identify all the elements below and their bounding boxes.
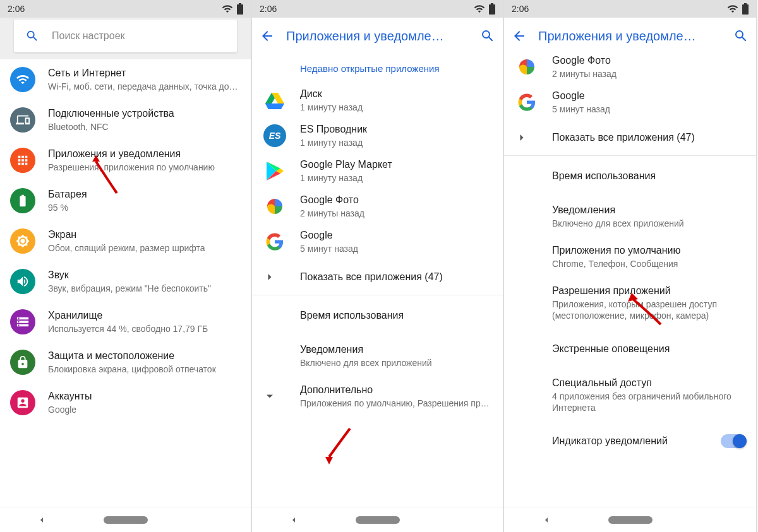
chevron-right-icon (262, 271, 277, 283)
chevron-right-icon (514, 131, 529, 144)
navbar (0, 507, 251, 532)
toolbar-title: Приложения и уведомле… (286, 29, 469, 44)
home-pill[interactable] (104, 516, 148, 524)
svg-rect-2 (489, 4, 495, 15)
storage-icon (10, 309, 35, 334)
sound-icon (10, 269, 35, 294)
google-icon (263, 230, 286, 253)
back-icon[interactable] (512, 28, 527, 44)
search-icon[interactable] (480, 28, 495, 44)
search-icon[interactable] (733, 28, 749, 44)
annotation-arrow (322, 425, 359, 470)
battery-icon (742, 3, 749, 15)
setting-sub: Wi-Fi, моб. сети, передача данных, точка… (48, 81, 241, 92)
show-all-apps[interactable]: Показать все приложения (47) (252, 259, 503, 295)
apps-content[interactable]: Недавно открытые приложения Диск1 минуту… (252, 54, 503, 507)
svg-rect-0 (237, 4, 243, 15)
setting-apps-notifications[interactable]: Приложения и уведомленияРазрешения, прил… (0, 140, 251, 180)
home-pill[interactable] (608, 516, 653, 524)
statusbar: 2:06 (504, 0, 756, 18)
back-nav-icon[interactable] (37, 515, 47, 525)
svg-rect-12 (744, 3, 747, 5)
photos-icon (263, 195, 286, 218)
setting-display[interactable]: ЭкранОбои, спящий режим, размер шрифта (0, 221, 251, 261)
row-notifications[interactable]: УведомленияВключено для всех приложений (504, 196, 756, 237)
google-icon (515, 91, 538, 114)
back-nav-icon[interactable] (289, 515, 299, 525)
show-all-apps[interactable]: Показать все приложения (47) (504, 120, 756, 155)
statusbar: 2:06 (0, 0, 251, 18)
row-notification-indicator[interactable]: Индикатор уведомлений (504, 421, 756, 461)
wifi-icon (222, 3, 233, 15)
row-app-permissions[interactable]: Разрешения приложенийПриложения, которым… (504, 277, 756, 329)
recent-apps-link[interactable]: Недавно открытые приложения (252, 54, 503, 83)
setting-security[interactable]: Защита и местоположениеБлокировка экрана… (0, 342, 251, 382)
search-input[interactable] (52, 30, 226, 42)
app-drive[interactable]: Диск1 минуту назад (252, 83, 503, 118)
app-google[interactable]: Google5 минут назад (252, 224, 503, 259)
setting-battery[interactable]: Батарея95 % (0, 180, 251, 221)
settings-list[interactable]: Сеть и ИнтернетWi-Fi, моб. сети, передач… (0, 59, 251, 507)
phone-apps-notifications: 2:06 Приложения и уведомле… Недавно откр… (252, 0, 504, 532)
app-google-photos[interactable]: Google Фото2 минуты назад (504, 54, 756, 85)
status-time: 2:06 (512, 4, 529, 14)
battery-icon (237, 3, 243, 15)
row-screen-time[interactable]: Время использования (504, 156, 756, 196)
row-screen-time[interactable]: Время использования (252, 295, 503, 336)
apps-content-expanded[interactable]: Google Фото2 минуты назад Google5 минут … (504, 54, 756, 507)
devices-icon (10, 107, 35, 133)
app-google-photos[interactable]: Google Фото2 минуты назад (252, 189, 503, 224)
toolbar-title: Приложения и уведомле… (538, 29, 722, 44)
play-icon (263, 160, 286, 182)
photos-icon (515, 56, 538, 78)
navbar (504, 507, 756, 532)
wifi-icon (10, 67, 35, 92)
drive-icon (263, 89, 286, 112)
row-special-access[interactable]: Специальный доступ4 приложения без огран… (504, 369, 756, 421)
wifi-icon (727, 3, 738, 15)
row-notifications[interactable]: УведомленияВключено для всех приложений (252, 336, 503, 376)
toggle-switch[interactable] (721, 434, 746, 448)
row-advanced[interactable]: ДополнительноПриложения по умолчанию, Ра… (252, 376, 503, 417)
setting-storage[interactable]: ХранилищеИспользуется 44 %, свободно 17,… (0, 302, 251, 342)
svg-rect-3 (491, 3, 493, 5)
es-icon: ES (263, 124, 286, 147)
apps-icon (10, 148, 35, 173)
navbar (252, 507, 503, 532)
battery-icon (10, 188, 35, 213)
row-emergency-alerts[interactable]: Экстренные оповещения (504, 329, 756, 369)
brightness-icon (10, 228, 35, 254)
phone-apps-expanded: 2:06 Приложения и уведомле… Google Фото2… (504, 0, 757, 532)
app-google[interactable]: Google5 минут назад (504, 85, 756, 120)
battery-icon (489, 3, 495, 15)
search-settings[interactable] (14, 20, 237, 52)
status-time: 2:06 (8, 4, 25, 14)
setting-sound[interactable]: ЗвукЗвук, вибрация, режим "Не беспокоить… (0, 261, 251, 302)
svg-rect-11 (742, 4, 749, 15)
setting-title: Сеть и Интернет (48, 67, 241, 80)
home-pill[interactable] (356, 516, 400, 524)
wifi-icon (474, 3, 485, 15)
chevron-down-icon (262, 390, 277, 403)
setting-network[interactable]: Сеть и ИнтернетWi-Fi, моб. сети, передач… (0, 59, 251, 100)
setting-accounts[interactable]: АккаунтыGoogle (0, 382, 251, 423)
account-icon (10, 390, 35, 415)
back-nav-icon[interactable] (541, 515, 551, 525)
toolbar: Приложения и уведомле… (252, 18, 503, 54)
row-default-apps[interactable]: Приложения по умолчаниюChrome, Телефон, … (504, 237, 756, 277)
statusbar: 2:06 (252, 0, 503, 18)
phone-settings-main: 2:06 Сеть и ИнтернетWi-Fi, моб. сети, пе… (0, 0, 252, 532)
svg-rect-1 (239, 3, 241, 5)
search-toolbar (0, 18, 251, 54)
search-icon (25, 29, 39, 43)
toolbar: Приложения и уведомле… (504, 18, 756, 54)
app-es-explorer[interactable]: ES ES Проводник1 минуту назад (252, 118, 503, 153)
security-icon (10, 350, 35, 375)
back-icon[interactable] (260, 28, 275, 44)
svg-marker-6 (265, 103, 284, 109)
setting-connected-devices[interactable]: Подключенные устройстваBluetooth, NFC (0, 100, 251, 140)
app-play-market[interactable]: Google Play Маркет1 минуту назад (252, 153, 503, 189)
status-time: 2:06 (260, 4, 277, 14)
